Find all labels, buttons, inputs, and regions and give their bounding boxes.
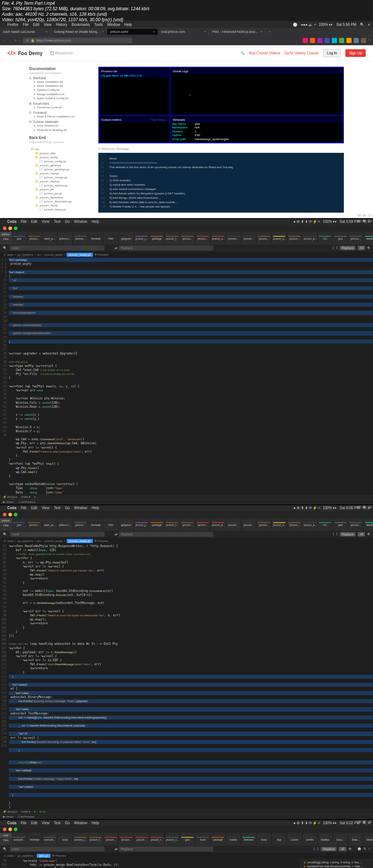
udemy-link[interactable]: GoTo Udemy Course [284,51,318,55]
file-item[interactable]: 📄 procon_config.go [29,159,87,163]
menu-icon[interactable]: ≡ [368,38,370,43]
search-icon[interactable]: 🔍 [360,23,364,27]
file-tab[interactable]: procon_a... [302,232,318,244]
file-tab[interactable]: procon... [256,232,272,244]
back-button[interactable]: ← [3,39,6,42]
file-tab[interactable]: procon_j... [73,833,88,845]
file-item[interactable]: 📄 procon_mysql.go [29,208,87,212]
file-tab[interactable]: procon_d... [272,518,287,530]
outline-item[interactable]: ◈ handleAPI(w http.ResponseWriter, r *ht… [302,864,372,868]
file-tab[interactable]: procon_a... [211,232,226,244]
file-tab[interactable]: procon_f... [165,518,180,530]
file-tab[interactable]: Terminal [88,518,103,530]
up-icon[interactable]: ↑ [369,847,370,851]
files-tab[interactable]: Files [0,237,12,241]
file-tab[interactable]: procon... [195,232,211,244]
ext-icon[interactable] [310,38,315,43]
file-tab[interactable]: App [272,833,287,845]
url-input[interactable]: ⛨ 🔒 https://www.pr0con.com [23,38,132,43]
file-tab[interactable]: void-pr0... [42,833,58,845]
folder-item[interactable]: 📁 procon_mongo [29,171,87,175]
code-editor[interactable]: 82 83 84 85 86 87 88 89 90 91 92 93 94 9… [0,544,373,809]
file-tab[interactable]: procon... [256,518,272,530]
ext-icon[interactable] [354,38,359,43]
file-tab[interactable]: Loader [287,833,302,845]
close-icon[interactable]: × [46,30,48,34]
file-tab[interactable]: GC [318,518,333,530]
file-tab[interactable]: pr0con.c... [58,518,73,530]
nav-prev[interactable]: ⟨ [333,246,334,250]
breadcrumbs[interactable]: ⟨⟩ www › go_systems › src › procon_wspty… [0,538,373,544]
file-tab[interactable]: package [211,833,226,845]
replace-button[interactable]: Replace [340,246,356,250]
file-tab[interactable]: procon_f... [149,833,165,845]
tab-zach[interactable]: Zach Isaiah LaCourse× [0,29,51,35]
site-tab[interactable]: pr0con [0,232,12,237]
close-icon[interactable]: ⊗ [367,246,370,250]
foodemy-logo[interactable]: </> Foo Demy [7,50,43,57]
home-button[interactable]: ⌂ [19,39,21,42]
maximize-button[interactable] [14,226,17,230]
file-tab[interactable]: PM2 [103,518,119,530]
file-tab[interactable]: procon_a... [302,518,318,530]
folder-item[interactable]: 📁 procon_config [29,155,87,159]
file-tab[interactable]: procon_f... [88,833,103,845]
file-tab[interactable]: local [195,833,211,845]
signup-button[interactable]: Sign Up [345,49,366,57]
tab-pm2[interactable]: PM2 - Advanced Node.js proc...× [209,29,266,35]
file-tab[interactable]: procon... [119,833,134,845]
replace-icon[interactable]: ⇌ [115,246,118,250]
file-item[interactable]: 📄 procon_mongo.go [29,175,87,179]
file-tab[interactable]: procon_j... [134,232,149,244]
file-tab[interactable]: procon... [134,833,149,845]
new-tab-button[interactable]: + [266,30,273,34]
file-tab[interactable]: procon... [348,518,364,530]
buy-videos-link[interactable]: Buy Course Videos [249,51,280,55]
menu-text[interactable]: Text [54,220,60,224]
file-tab[interactable]: void-pr0... [12,833,27,845]
menu-edit[interactable]: Edit [31,220,37,224]
file-tab[interactable]: procon_d... [272,232,287,244]
file-tab[interactable]: NavBar [318,833,333,845]
search-icon[interactable]: 🔍 [3,246,7,250]
file-tab[interactable]: useWs [302,833,318,845]
file-tab[interactable]: Switch... [364,833,373,845]
menu-help[interactable]: Help [91,220,99,224]
file-tab[interactable]: gws [12,518,27,530]
all-button[interactable]: All [358,246,365,250]
menu-view[interactable]: View [42,220,50,224]
file-item[interactable]: 📄 procon_filesystem.go [29,199,87,204]
file-tab[interactable]: Awkwws [241,833,256,845]
file-tab[interactable]: procon... [103,833,119,845]
file-tab[interactable]: procon... [241,232,256,244]
folder-item[interactable]: 📁 procon_filesystem [29,195,87,199]
nav-next[interactable]: ⟩ [336,246,338,250]
file-item[interactable]: 📄 procon_genkeys.go [29,167,87,171]
file-tab[interactable]: gws [333,232,348,244]
file-tab[interactable]: gws [12,232,27,244]
app-name[interactable]: Coda [7,506,16,510]
file-tab[interactable]: local [58,833,73,845]
folder-item[interactable]: 📁 src [29,147,87,151]
file-tab[interactable]: Data... [348,833,364,845]
replace-input[interactable]: Replace [119,245,213,251]
file-tab[interactable]: procon... [180,518,195,530]
file-tab[interactable]: procon... [226,518,241,530]
search-input[interactable]: toast [10,245,105,251]
breadcrumbs[interactable]: ⟨⟩ www › go_systems › gws.go 👁 Preview [0,853,373,859]
file-tab[interactable]: hash_pr... [42,518,58,530]
siri-icon[interactable]: ≡ [368,23,370,27]
ext-icon[interactable] [339,38,344,43]
close-button[interactable] [3,226,7,230]
reload-button[interactable]: ↻ [14,39,17,42]
minimize-button[interactable] [8,226,12,230]
folder-item[interactable]: 📁 procon_mysql [29,204,87,208]
file-tab[interactable]: hash_pr... [42,232,58,244]
file-tab[interactable]: GC [318,232,333,244]
menu-go[interactable]: Go [65,220,70,224]
tab-void[interactable]: void.pr0con.com× [158,29,209,35]
file-tab[interactable]: procon_j... [134,518,149,530]
ext-icon[interactable] [325,38,330,43]
invite-button[interactable]: Invite ▾ [21,495,30,499]
file-tab[interactable]: Awkwws [364,518,373,530]
